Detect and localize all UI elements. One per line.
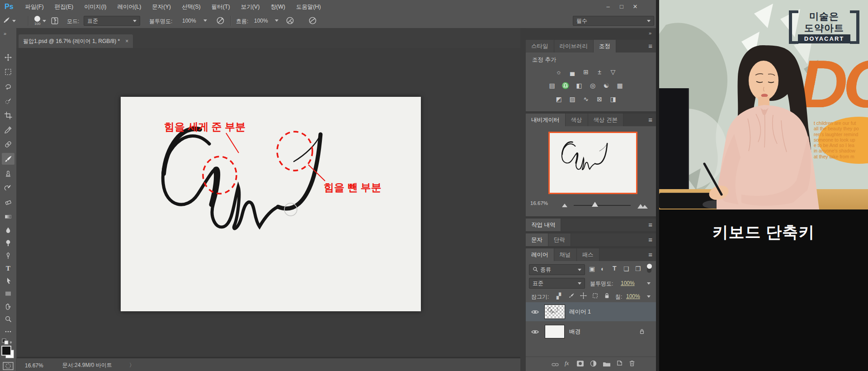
- levels-icon[interactable]: ▄: [566, 67, 578, 77]
- blend-mode-dropdown[interactable]: 표준: [529, 278, 585, 289]
- delete-layer-icon[interactable]: [629, 360, 635, 368]
- navigator-zoom-value[interactable]: 16.67%: [530, 200, 548, 206]
- new-adjustment-layer-icon[interactable]: [590, 360, 597, 369]
- gradient-map-icon[interactable]: ⊠: [594, 94, 605, 104]
- clone-stamp-tool[interactable]: [2, 167, 14, 179]
- fill-value[interactable]: 100%: [626, 293, 640, 300]
- filter-type-icon[interactable]: T: [613, 265, 617, 272]
- tab-paths[interactable]: 패스: [577, 248, 599, 261]
- smoothing-icon[interactable]: [308, 16, 317, 27]
- workspace-dropdown[interactable]: 필수: [573, 16, 654, 26]
- document-tab[interactable]: 필압1.psd @ 16.7% (레이어 1, RGB/8) * ×: [19, 34, 133, 48]
- panel-menu-icon[interactable]: ≡: [648, 251, 652, 258]
- close-tab-icon[interactable]: ×: [125, 38, 128, 44]
- filter-adjustment-icon[interactable]: ◐: [601, 265, 604, 272]
- more-tools-icon[interactable]: [2, 326, 14, 338]
- history-brush-tool[interactable]: [2, 182, 14, 194]
- menu-select[interactable]: 선택(S): [176, 0, 206, 14]
- menu-help[interactable]: 도움말(H): [291, 0, 326, 14]
- menu-file[interactable]: 파일(F): [20, 0, 49, 14]
- tab-layers[interactable]: 레이어: [526, 248, 554, 261]
- lock-all-icon[interactable]: [604, 292, 610, 301]
- minimize-button[interactable]: –: [601, 1, 615, 13]
- chevron-down-icon[interactable]: [275, 19, 278, 22]
- filter-toggle[interactable]: [647, 265, 651, 273]
- toggle-brush-panel-icon[interactable]: [51, 17, 59, 27]
- gradient-tool[interactable]: [2, 211, 14, 223]
- rectangular-marquee-tool[interactable]: [2, 66, 14, 78]
- photo-filter-icon[interactable]: ◎: [587, 81, 599, 90]
- new-group-icon[interactable]: [603, 361, 611, 369]
- menu-edit[interactable]: 편집(E): [49, 0, 79, 14]
- link-layers-icon[interactable]: [551, 361, 559, 369]
- brush-tool[interactable]: [2, 153, 14, 165]
- collapse-panel-icon[interactable]: »: [4, 31, 6, 36]
- panel-menu-icon[interactable]: ≡: [648, 221, 652, 228]
- layer-row-layer1[interactable]: 레이어 1: [526, 302, 656, 321]
- panel-menu-icon[interactable]: ≡: [648, 42, 652, 50]
- tab-channels[interactable]: 채널: [554, 248, 577, 261]
- flow-value[interactable]: 100%: [254, 18, 268, 24]
- tab-swatches[interactable]: 색상 견본: [588, 114, 623, 126]
- hue-saturation-icon[interactable]: ▤: [546, 81, 558, 90]
- layer-name[interactable]: 배경: [569, 322, 580, 341]
- filter-shape-icon[interactable]: ❏: [623, 265, 629, 272]
- opacity-pressure-icon[interactable]: [216, 16, 225, 27]
- pen-tool[interactable]: [2, 250, 14, 262]
- chevron-down-icon[interactable]: [647, 282, 651, 285]
- new-layer-icon[interactable]: [616, 360, 623, 368]
- visibility-eye-icon[interactable]: [531, 328, 539, 337]
- curves-icon[interactable]: ⊞: [580, 67, 592, 77]
- visibility-eye-icon[interactable]: [531, 309, 539, 317]
- navigator-zoom-slider[interactable]: [574, 205, 631, 206]
- spot-healing-brush-tool[interactable]: [2, 138, 14, 150]
- tab-libraries[interactable]: 라이브러리: [554, 40, 594, 52]
- threshold-icon[interactable]: ∿: [580, 94, 592, 104]
- tool-preset-button[interactable]: [3, 16, 21, 26]
- crop-tool[interactable]: [2, 109, 14, 121]
- eraser-tool[interactable]: [2, 196, 14, 208]
- exposure-icon[interactable]: ±: [594, 67, 605, 77]
- layers-opacity-value[interactable]: 100%: [621, 280, 635, 286]
- dodge-tool[interactable]: [2, 237, 14, 249]
- quick-mask-icon[interactable]: [3, 362, 14, 371]
- black-white-icon[interactable]: ◧: [573, 81, 585, 90]
- filter-image-icon[interactable]: ▣: [589, 265, 595, 272]
- panel-menu-icon[interactable]: ≡: [648, 236, 652, 243]
- tab-styles[interactable]: 스타일: [526, 40, 554, 52]
- tab-paragraph[interactable]: 단락: [548, 233, 571, 246]
- foreground-background-swatches[interactable]: [1, 346, 15, 359]
- posterize-icon[interactable]: ▨: [566, 94, 578, 104]
- color-lookup-icon[interactable]: ▦: [614, 81, 626, 90]
- blur-tool[interactable]: [2, 224, 14, 236]
- color-balance-icon[interactable]: ♎: [560, 81, 571, 90]
- path-selection-tool[interactable]: [2, 275, 14, 287]
- lock-position-icon[interactable]: [580, 292, 587, 301]
- filter-smart-object-icon[interactable]: ❐: [635, 265, 641, 272]
- channel-mixer-icon[interactable]: ☯: [600, 81, 612, 90]
- menu-window[interactable]: 창(W): [265, 0, 291, 14]
- layer-style-fx-icon[interactable]: fx: [565, 360, 569, 367]
- menu-type[interactable]: 문자(Y): [146, 0, 176, 14]
- lasso-tool[interactable]: [2, 81, 14, 92]
- vibrance-icon[interactable]: ▽: [607, 67, 619, 77]
- mode-dropdown[interactable]: 표준: [84, 16, 140, 26]
- tab-adjustments[interactable]: 조정: [594, 40, 616, 52]
- maximize-button[interactable]: □: [615, 1, 628, 13]
- layer-thumbnail[interactable]: [545, 325, 565, 338]
- brightness-contrast-icon[interactable]: ☼: [553, 67, 565, 77]
- zoom-tool[interactable]: [2, 313, 14, 325]
- layer-thumbnail[interactable]: [545, 305, 565, 319]
- zoom-in-icon[interactable]: [637, 202, 649, 210]
- lock-transparency-icon[interactable]: ▞: [557, 293, 561, 300]
- close-button[interactable]: ✕: [628, 1, 642, 13]
- status-chevron-icon[interactable]: 〉: [129, 361, 135, 369]
- invert-icon[interactable]: ◩: [553, 94, 565, 104]
- chevron-down-icon[interactable]: [203, 19, 207, 22]
- layer-row-background[interactable]: 배경: [526, 322, 656, 341]
- zoom-out-icon[interactable]: [562, 204, 567, 207]
- lock-paint-icon[interactable]: [568, 292, 575, 301]
- panel-menu-icon[interactable]: ≡: [648, 116, 652, 124]
- collapse-panels-icon[interactable]: »: [649, 30, 651, 36]
- opacity-value[interactable]: 100%: [182, 18, 196, 24]
